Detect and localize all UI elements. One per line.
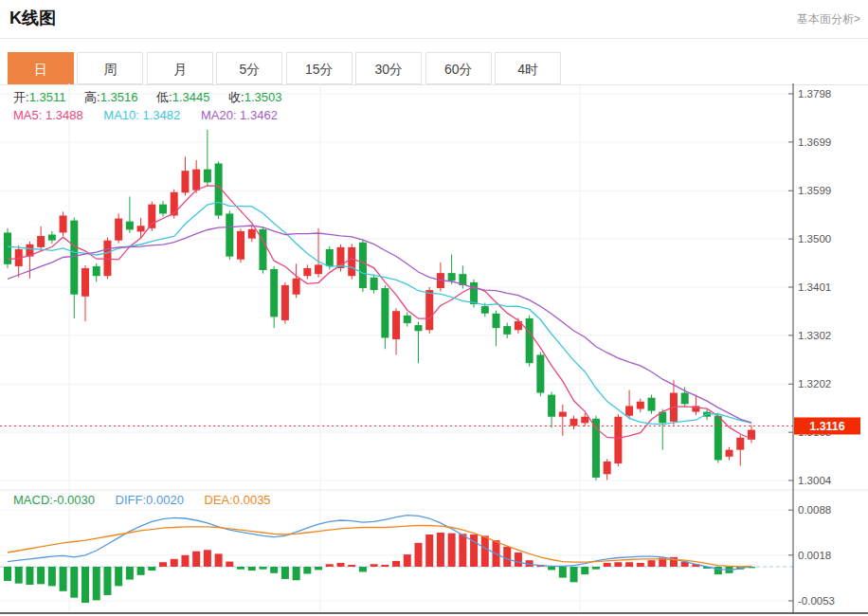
candle-body (503, 326, 511, 335)
macd-bar (115, 567, 122, 586)
macd-bar (414, 543, 422, 567)
macd-bar (470, 534, 478, 567)
candle-body (548, 395, 555, 417)
candle-body (570, 419, 578, 426)
macd-tick-label: -0.0053 (798, 595, 835, 607)
macd-bar (336, 563, 344, 567)
candle-body (581, 417, 588, 424)
macd-bar (60, 567, 67, 591)
macd-bar (70, 567, 78, 598)
candle-body (425, 290, 433, 330)
macd-bar (37, 567, 45, 584)
candle-body (237, 231, 244, 260)
candle-body (404, 316, 411, 323)
price-tick-label: 1.3004 (798, 475, 832, 486)
price-tick-label: 1.3302 (798, 330, 831, 341)
macd-bar (392, 561, 400, 567)
macd-bar (515, 553, 522, 567)
fundamental-analysis-link[interactable]: 基本面分析> (797, 11, 860, 27)
candle-body (470, 282, 478, 304)
price-tick-label: 1.3699 (798, 136, 831, 148)
macd-bar (425, 534, 433, 567)
macd-bar (15, 567, 23, 584)
candle-body (348, 247, 355, 276)
candle-body (37, 236, 45, 247)
macd-bar (570, 567, 578, 582)
candle-body (614, 417, 622, 463)
candle-body (248, 229, 256, 239)
candle-body (270, 269, 278, 317)
macd-bar (181, 555, 189, 567)
macd-bar (293, 567, 300, 580)
macd-bar (503, 547, 511, 567)
candle-body (392, 311, 400, 339)
macd-bar (437, 533, 444, 567)
macd-bar (371, 564, 378, 567)
macd-bar (215, 553, 223, 567)
candle-body (326, 249, 334, 266)
macd-bar (26, 567, 33, 585)
candle-body (481, 306, 489, 314)
macd-bar (248, 567, 256, 571)
macd-bar (348, 565, 355, 567)
candle-body (381, 288, 389, 337)
macd-bar (259, 567, 266, 570)
tab-30min[interactable]: 30分 (355, 52, 422, 84)
macd-bar (137, 567, 145, 575)
candle-body (126, 222, 134, 230)
macd-bar (459, 534, 466, 567)
macd-bar (381, 565, 389, 567)
candle-body (281, 285, 289, 320)
macd-bar (270, 567, 278, 573)
candle-body (493, 314, 500, 328)
macd-bar (148, 567, 155, 571)
macd-bar (81, 567, 89, 603)
macd-bar (648, 560, 656, 567)
tab-day[interactable]: 日 (8, 52, 74, 84)
candles-layer (4, 130, 755, 480)
macd-bar (303, 567, 311, 573)
price-tick-label: 1.3401 (798, 281, 831, 293)
candle-body (81, 268, 89, 297)
candle-body (536, 354, 544, 392)
macd-bar (625, 562, 633, 567)
candle-body (103, 241, 111, 277)
macd-bar (204, 550, 211, 567)
candle-body (181, 171, 189, 192)
tab-60min[interactable]: 60分 (425, 52, 492, 84)
candle-body (714, 416, 722, 461)
macd-bar (614, 562, 622, 567)
candle-body (526, 318, 533, 363)
macd-bar (548, 567, 555, 570)
tab-month[interactable]: 月 (147, 52, 213, 84)
macd-bar (359, 567, 367, 571)
candle-body (70, 221, 78, 295)
candle-body (736, 438, 744, 450)
diff-line (8, 516, 751, 571)
macd-bar (171, 559, 178, 567)
macd-bar (48, 567, 56, 586)
tab-week[interactable]: 周 (77, 52, 143, 84)
tab-5min[interactable]: 5分 (216, 52, 282, 84)
candle-body (226, 213, 233, 256)
candle-body (115, 219, 122, 241)
candle-body (171, 192, 178, 216)
macd-bar (559, 567, 567, 578)
macd-bar (326, 564, 334, 567)
candle-body (159, 205, 167, 214)
candle-body (681, 393, 689, 405)
macd-bar (581, 567, 588, 574)
candle-body (48, 235, 56, 241)
tab-15min[interactable]: 15分 (286, 52, 353, 84)
candle-body (359, 243, 367, 288)
header-divider (0, 38, 868, 39)
kline-chart-canvas[interactable]: 1.37981.36991.35991.35001.34011.33021.32… (0, 83, 868, 616)
tab-4hour[interactable]: 4时 (495, 52, 561, 84)
candle-body (637, 402, 644, 409)
macd-tick-label: 0.0018 (798, 550, 831, 561)
macd-bar (192, 552, 200, 567)
macd-histogram (4, 533, 755, 603)
candle-body (648, 398, 656, 411)
chart-area[interactable]: 1.37981.36991.35991.35001.34011.33021.32… (0, 83, 868, 616)
axis-labels: 1.37981.36991.35991.35001.34011.33021.32… (788, 88, 835, 607)
